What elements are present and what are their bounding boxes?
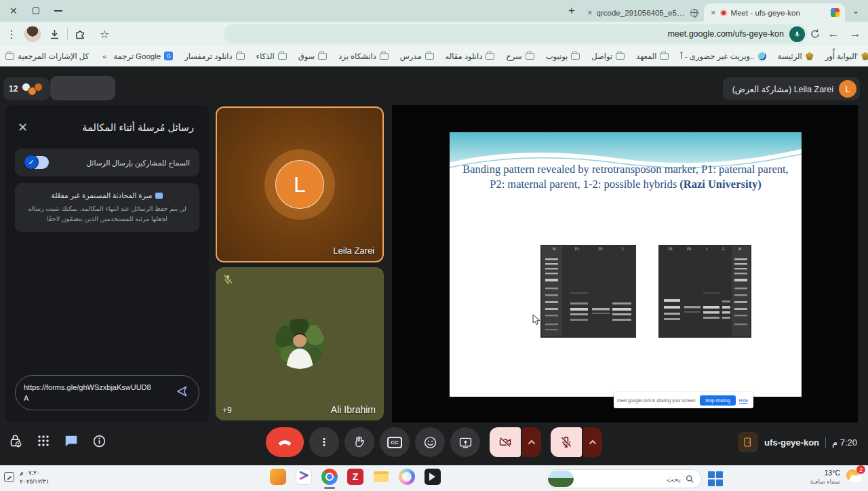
- present-screen-button[interactable]: [450, 427, 480, 457]
- reactions-button[interactable]: [415, 427, 445, 457]
- forward-icon[interactable]: →: [846, 27, 864, 41]
- profile-avatar[interactable]: [24, 26, 41, 42]
- app-icon-orange[interactable]: [270, 469, 286, 485]
- activities-grid-icon[interactable]: [37, 434, 50, 450]
- meeting-clock: 7:20 م: [832, 437, 857, 448]
- camera-options-chevron-icon[interactable]: [522, 427, 541, 457]
- folder-icon: [5, 53, 14, 60]
- taskbar-search-box[interactable]: بحث: [546, 469, 702, 488]
- hide-toast-link[interactable]: Hide: [739, 398, 748, 403]
- tab-close-icon[interactable]: ×: [711, 7, 716, 18]
- stop-sharing-button[interactable]: Stop sharing: [700, 395, 736, 406]
- taskbar-clock[interactable]: ٠٧:٢٠ م ٢٠٢٥/١٢/٣١: [20, 469, 50, 486]
- reload-icon[interactable]: [810, 28, 821, 39]
- bookmark-item[interactable]: دانشكاه يزد: [338, 52, 389, 61]
- downloads-icon[interactable]: [49, 28, 60, 40]
- bookmark-item[interactable]: ترجمة GoogleG: [113, 52, 173, 61]
- presenter-banner[interactable]: L Leila Zarei (مشاركة العرض): [723, 77, 860, 100]
- tab-search-chevron-icon[interactable]: ⌄: [848, 2, 864, 20]
- allow-messages-label: السماح للمشاركين بإرسال الرسائل: [87, 159, 190, 167]
- video-tile-leila[interactable]: L Leila Zarei: [216, 106, 384, 262]
- mic-permission-icon[interactable]: [789, 26, 805, 42]
- pen-tray-icon[interactable]: [4, 472, 14, 482]
- chat-message-input[interactable]: https://forms.gle/ghWSzxbjaKswUUD8 A: [15, 375, 199, 410]
- bookmark-item[interactable]: ويزيت غير حضورى - آ..: [680, 52, 766, 61]
- all-bookmarks-button[interactable]: كل الإشارات المرجعية: [5, 52, 89, 61]
- bookmark-item[interactable]: دانلود مقاله: [446, 52, 495, 61]
- app-icon-media[interactable]: [425, 469, 441, 485]
- tab-title: qrcode_291056405_e5f5a8bcb: [597, 9, 686, 17]
- back-icon[interactable]: ←: [825, 27, 842, 41]
- weather-desc: سماء صافية: [810, 477, 840, 486]
- window-restore-button[interactable]: [33, 7, 39, 14]
- bookmark-item[interactable]: الرئيسة: [778, 52, 814, 61]
- bookmark-star-icon[interactable]: ☆: [100, 28, 109, 41]
- active-app-indicator: [324, 487, 335, 489]
- bookmark-item[interactable]: سوق: [298, 52, 328, 61]
- chat-input-line2: A: [24, 393, 174, 404]
- end-call-button[interactable]: [266, 427, 304, 457]
- chat-close-icon[interactable]: ✕: [18, 120, 28, 135]
- bookmark-item[interactable]: تواصل: [591, 52, 625, 61]
- minimized-tile[interactable]: [50, 76, 115, 100]
- bookmark-item[interactable]: مدرس: [400, 52, 434, 61]
- url-text: meet.google.com/ufs-geye-kon: [667, 29, 784, 39]
- send-message-icon[interactable]: [174, 385, 188, 401]
- app-icon-zotero[interactable]: Z: [347, 469, 363, 485]
- gel-lane-label: 1: [706, 248, 708, 251]
- mouse-cursor: [532, 314, 541, 328]
- camera-off-button[interactable]: [490, 427, 521, 457]
- search-image-thumbnail: [548, 471, 574, 487]
- sharing-message: meet.google.com is sharing your screen.: [617, 398, 696, 403]
- tab-close-icon[interactable]: ×: [587, 7, 593, 18]
- mic-off-button[interactable]: [551, 427, 582, 457]
- address-bar[interactable]: meet.google.com/ufs-geye-kon: [224, 24, 807, 43]
- app-icon-chrome[interactable]: [321, 469, 338, 485]
- folder-icon: [616, 53, 625, 60]
- mic-options-chevron-icon[interactable]: [583, 427, 602, 457]
- allow-messages-toggle[interactable]: ✓: [24, 156, 49, 169]
- chat-toggle-icon[interactable]: [64, 433, 79, 451]
- participant-avatars: [22, 83, 43, 96]
- bookmark-item[interactable]: يونيوب: [546, 52, 580, 61]
- tab-title: Meet - ufs-geye-kon: [731, 9, 827, 17]
- screen-sharing-toast: meet.google.com is sharing your screen. …: [614, 392, 753, 408]
- bookmark-item[interactable]: الذكاء: [256, 52, 287, 61]
- bookmark-label: يونيوب: [546, 52, 568, 61]
- participants-pill[interactable]: 12: [3, 77, 50, 100]
- app-icon-copilot[interactable]: [399, 469, 415, 485]
- bookmark-item[interactable]: البوابة أُور': [825, 52, 868, 61]
- meet-control-bar: ⋮ CC: [0, 427, 868, 457]
- captions-button[interactable]: CC: [380, 427, 410, 457]
- info-icon[interactable]: [92, 434, 106, 451]
- tab-qrcode[interactable]: × qrcode_291056405_e5f5a8bcb: [580, 3, 704, 22]
- raise-hand-button[interactable]: [344, 427, 374, 457]
- meeting-code: ufs-geye-kon: [764, 437, 819, 448]
- app-icon-file-explorer[interactable]: [373, 469, 389, 485]
- browser-menu-icon[interactable]: ⋮: [4, 28, 19, 41]
- bookmarks-items: ترجمة GoogleGدانلود ترمفسارالذكاءسوقدانش…: [106, 52, 868, 61]
- video-tile-ali[interactable]: +9 Ali Ibrahim: [216, 267, 384, 420]
- bookmark-item[interactable]: المعهد: [636, 52, 669, 61]
- bookmark-item[interactable]: سرح: [506, 52, 534, 61]
- overflow-count-badge: +9: [222, 406, 232, 415]
- windows-start-button[interactable]: [708, 471, 723, 486]
- toggle-check-icon: ✓: [24, 155, 39, 170]
- eagle-icon: [806, 52, 814, 60]
- bookmark-label: سوق: [298, 52, 315, 61]
- more-options-button[interactable]: ⋮: [309, 427, 339, 457]
- window-close-button[interactable]: ✕: [9, 6, 18, 16]
- tile-name-label: Leila Zarei: [333, 246, 374, 256]
- system-tray[interactable]: ٠٧:٢٠ م ٢٠٢٥/١٢/٣١: [4, 469, 50, 486]
- meet-window: 12 L Leila Zarei (مشاركة العرض) رسائل مُ…: [0, 66, 868, 465]
- slide-title: Banding pattern revealed by retrotranspo…: [459, 162, 792, 192]
- tab-meet-active[interactable]: × Meet - ufs-geye-kon: [704, 3, 845, 22]
- host-controls-icon[interactable]: [8, 433, 23, 451]
- weather-widget[interactable]: 13°C سماء صافية 2: [810, 468, 863, 486]
- new-tab-button[interactable]: +: [563, 2, 580, 20]
- bookmark-item[interactable]: دانلود ترمفسار: [184, 52, 244, 61]
- app-icon-snipping[interactable]: [296, 469, 312, 485]
- extensions-icon[interactable]: [75, 28, 86, 40]
- all-bookmarks-label: كل الإشارات المرجعية: [18, 52, 89, 61]
- window-minimize-button[interactable]: [54, 10, 62, 12]
